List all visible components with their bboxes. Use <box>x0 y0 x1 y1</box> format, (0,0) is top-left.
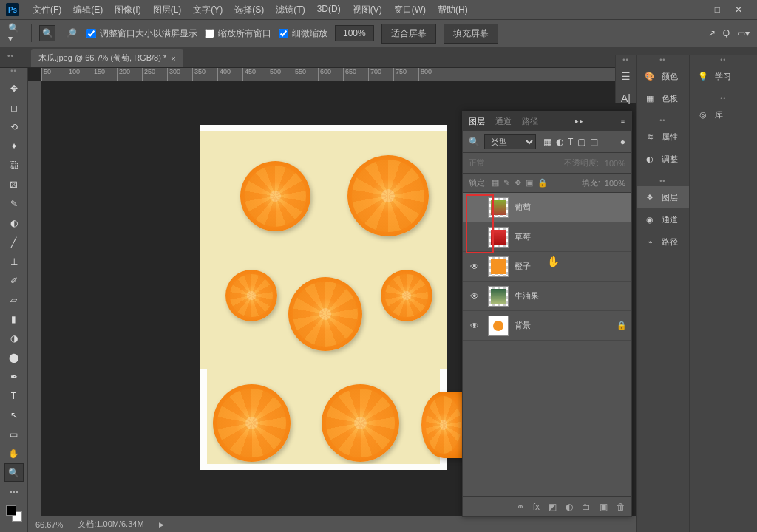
delete-layer-icon[interactable]: 🗑 <box>617 502 625 512</box>
lock-transparent-icon[interactable]: ▦ <box>492 178 499 188</box>
filter-pixel-icon[interactable]: ▦ <box>543 137 551 147</box>
menu-select[interactable]: 选择(S) <box>228 1 270 19</box>
lock-pixels-icon[interactable]: ✎ <box>503 178 510 188</box>
lock-position-icon[interactable]: ✥ <box>515 178 521 188</box>
paragraph-panel-icon[interactable]: ☰ <box>616 65 636 87</box>
blend-mode-select[interactable]: 正常 <box>469 157 558 168</box>
layer-thumbnail[interactable] <box>488 256 509 277</box>
filter-type-icon[interactable]: T <box>568 137 573 147</box>
tab-layers[interactable]: 图层 <box>469 116 485 127</box>
visibility-toggle[interactable]: 👁 <box>467 321 482 331</box>
layer-name[interactable]: 葡萄 <box>515 202 531 213</box>
quick-select-tool[interactable]: ✦ <box>4 137 24 155</box>
visibility-toggle[interactable]: 👁 <box>467 291 482 301</box>
panel-properties[interactable]: ≋属性 <box>637 126 689 148</box>
hand-tool[interactable]: ✋ <box>4 444 24 463</box>
new-layer-icon[interactable]: ▣ <box>600 502 608 512</box>
layer-row[interactable]: 👁 牛油果 <box>463 282 631 311</box>
panel-collapse-icon[interactable]: ▸▸ <box>575 117 584 125</box>
panel-swatches[interactable]: ▦色板 <box>637 87 689 109</box>
panel-learn[interactable]: 💡学习 <box>690 65 757 87</box>
panel-adjust[interactable]: ◐调整 <box>637 148 689 170</box>
fg-bg-color[interactable] <box>6 505 22 522</box>
history-brush-tool[interactable]: ✐ <box>4 271 24 290</box>
maximize-icon[interactable]: □ <box>715 4 720 15</box>
layer-name[interactable]: 草莓 <box>515 231 531 242</box>
layer-row[interactable]: 草莓 <box>463 222 631 252</box>
lock-artboard-icon[interactable]: ▣ <box>526 178 533 188</box>
status-doc-size[interactable]: 文档:1.00M/6.34M <box>78 519 143 530</box>
zoom-tool[interactable]: 🔍 <box>4 463 24 482</box>
move-tool[interactable]: ✥ <box>4 79 24 98</box>
layer-thumbnail[interactable] <box>488 227 509 248</box>
workspace-icon[interactable]: ▭▾ <box>737 28 750 38</box>
layer-name[interactable]: 背景 <box>515 320 531 331</box>
lock-all-icon[interactable]: 🔒 <box>537 178 548 188</box>
stamp-tool[interactable]: ⊥ <box>4 252 24 270</box>
zoom-value[interactable]: 100% <box>335 25 374 41</box>
dodge-tool[interactable]: ⬤ <box>4 348 24 366</box>
layer-row[interactable]: 葡萄 <box>463 193 631 222</box>
filter-adjust-icon[interactable]: ◐ <box>556 137 563 147</box>
frame-tool[interactable]: ⛝ <box>4 175 24 194</box>
panel-menu-icon[interactable]: ≡ <box>621 117 625 125</box>
edit-toolbar-icon[interactable]: ⋯ <box>4 482 24 501</box>
pen-tool[interactable]: ✒ <box>4 367 24 386</box>
zoom-out-icon[interactable]: 🔎 <box>63 25 79 41</box>
fit-screen-button[interactable]: 适合屏幕 <box>381 24 436 44</box>
character-panel-icon[interactable]: A| <box>616 87 636 109</box>
adjustment-layer-icon[interactable]: ◐ <box>566 502 573 512</box>
tab-paths[interactable]: 路径 <box>522 116 538 127</box>
tab-close-icon[interactable]: × <box>171 54 175 63</box>
marquee-tool[interactable]: ◻ <box>4 98 24 117</box>
layer-row[interactable]: 👁 背景 🔒 <box>463 311 631 341</box>
menu-filter[interactable]: 滤镜(T) <box>270 1 310 19</box>
scrubby-zoom-checkbox[interactable]: 细微缩放 <box>279 27 327 40</box>
link-layers-icon[interactable]: ⚭ <box>517 502 524 512</box>
blur-tool[interactable]: ◑ <box>4 329 24 347</box>
gradient-tool[interactable]: ▮ <box>4 310 24 328</box>
menu-edit[interactable]: 编辑(E) <box>67 1 109 19</box>
menu-window[interactable]: 窗口(W) <box>388 1 432 19</box>
panel-color[interactable]: 🎨颜色 <box>637 65 689 87</box>
zoom-in-icon[interactable]: 🔍 <box>39 25 55 41</box>
filter-type-select[interactable]: 类型 <box>484 134 536 149</box>
layer-thumbnail[interactable] <box>488 197 509 218</box>
share-icon[interactable]: ↗ <box>708 28 716 38</box>
layer-thumbnail[interactable] <box>488 316 509 336</box>
visibility-toggle[interactable]: 👁 <box>467 262 482 272</box>
panel-paths[interactable]: ⌁路径 <box>637 231 689 253</box>
layer-style-icon[interactable]: fx <box>533 502 540 512</box>
eraser-tool[interactable]: ▱ <box>4 290 24 309</box>
layer-row[interactable]: 👁 橙子 <box>463 252 631 282</box>
menu-type[interactable]: 文字(Y) <box>187 1 228 19</box>
group-icon[interactable]: 🗀 <box>582 502 591 512</box>
document-tab[interactable]: 木瓜.jpeg @ 66.7% (葡萄, RGB/8) * × <box>31 49 183 67</box>
crop-tool[interactable]: ⿻ <box>4 156 24 174</box>
fill-screen-button[interactable]: 填充屏幕 <box>444 24 498 44</box>
eyedropper-tool[interactable]: ✎ <box>4 194 24 213</box>
fill-value[interactable]: 100% <box>605 179 625 188</box>
minimize-icon[interactable]: — <box>691 4 700 15</box>
menu-layer[interactable]: 图层(L) <box>147 1 188 19</box>
filter-shape-icon[interactable]: ▢ <box>577 137 585 147</box>
type-tool[interactable]: T <box>4 386 24 405</box>
panel-libraries[interactable]: ◎库 <box>690 103 757 126</box>
filter-smart-icon[interactable]: ◫ <box>590 137 598 147</box>
tool-preset-icon[interactable]: 🔍▾ <box>7 25 24 41</box>
layers-panel[interactable]: 图层 通道 路径 ▸▸ ≡ 🔍 类型 ▦ ◐ T ▢ ◫ ● 正常 不透明度: … <box>462 111 632 517</box>
menu-3d[interactable]: 3D(D) <box>311 1 347 19</box>
tab-channels[interactable]: 通道 <box>495 116 512 127</box>
menu-file[interactable]: 文件(F) <box>27 1 67 19</box>
menu-image[interactable]: 图像(I) <box>109 1 146 19</box>
layer-name[interactable]: 牛油果 <box>515 290 539 301</box>
resize-window-checkbox[interactable]: 调整窗口大小以满屏显示 <box>86 27 197 40</box>
close-icon[interactable]: ✕ <box>735 4 742 15</box>
layer-mask-icon[interactable]: ◩ <box>549 502 557 512</box>
document-canvas[interactable] <box>200 126 447 469</box>
layer-thumbnail[interactable] <box>488 286 509 307</box>
status-zoom[interactable]: 66.67% <box>35 520 63 529</box>
healing-tool[interactable]: ◐ <box>4 214 24 232</box>
opacity-value[interactable]: 100% <box>605 159 625 168</box>
lasso-tool[interactable]: ⟲ <box>4 117 24 136</box>
